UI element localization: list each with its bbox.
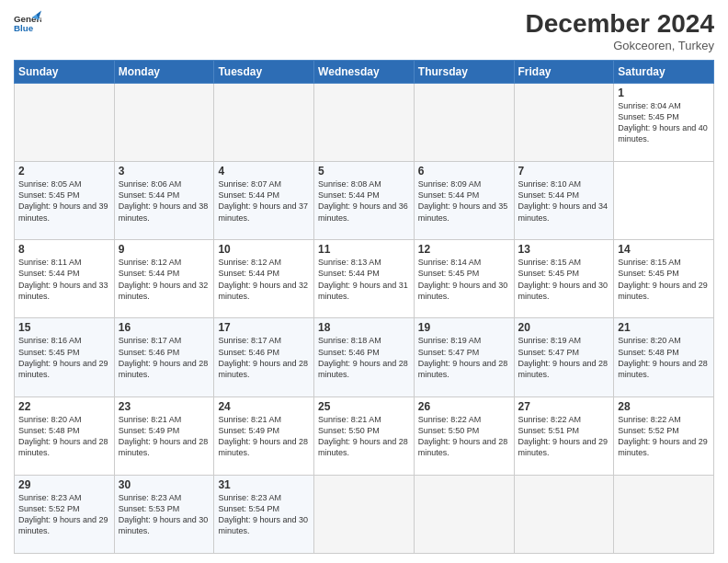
calendar-empty-cell xyxy=(414,475,514,553)
page: General Blue December 2024 Gokceoren, Tu… xyxy=(0,0,728,563)
calendar-header-cell: Thursday xyxy=(414,61,514,84)
cell-text: Sunrise: 8:22 AMSunset: 5:50 PMDaylight:… xyxy=(418,414,510,459)
cell-text: Sunrise: 8:19 AMSunset: 5:47 PMDaylight:… xyxy=(418,335,510,380)
cell-text: Sunrise: 8:22 AMSunset: 5:51 PMDaylight:… xyxy=(518,414,610,459)
cell-text: Sunrise: 8:21 AMSunset: 5:49 PMDaylight:… xyxy=(218,414,310,459)
calendar-day-cell: 17 Sunrise: 8:17 AMSunset: 5:46 PMDaylig… xyxy=(214,318,314,396)
day-number: 29 xyxy=(18,478,110,491)
day-number: 26 xyxy=(418,400,510,413)
calendar-body: 1 Sunrise: 8:04 AMSunset: 5:45 PMDayligh… xyxy=(15,84,714,554)
cell-text: Sunrise: 8:17 AMSunset: 5:46 PMDaylight:… xyxy=(218,335,310,380)
day-number: 3 xyxy=(119,165,210,178)
day-number: 30 xyxy=(119,478,210,491)
calendar-day-cell: 19 Sunrise: 8:19 AMSunset: 5:47 PMDaylig… xyxy=(414,318,514,396)
calendar-empty-cell xyxy=(314,84,415,162)
calendar-day-cell: 29 Sunrise: 8:23 AMSunset: 5:52 PMDaylig… xyxy=(15,475,115,553)
day-number: 16 xyxy=(119,321,210,334)
calendar-day-cell: 14 Sunrise: 8:15 AMSunset: 5:45 PMDaylig… xyxy=(614,240,714,318)
day-number: 25 xyxy=(318,400,410,413)
calendar-day-cell: 10 Sunrise: 8:12 AMSunset: 5:44 PMDaylig… xyxy=(214,240,314,318)
cell-text: Sunrise: 8:21 AMSunset: 5:50 PMDaylight:… xyxy=(318,414,410,459)
calendar-day-cell: 15 Sunrise: 8:16 AMSunset: 5:45 PMDaylig… xyxy=(15,318,115,396)
calendar-week-row: 8 Sunrise: 8:11 AMSunset: 5:44 PMDayligh… xyxy=(15,240,714,318)
cell-text: Sunrise: 8:23 AMSunset: 5:53 PMDaylight:… xyxy=(119,492,210,537)
day-number: 28 xyxy=(618,400,710,413)
cell-text: Sunrise: 8:11 AMSunset: 5:44 PMDaylight:… xyxy=(18,257,110,302)
calendar-day-cell: 8 Sunrise: 8:11 AMSunset: 5:44 PMDayligh… xyxy=(15,240,115,318)
calendar-day-cell: 31 Sunrise: 8:23 AMSunset: 5:54 PMDaylig… xyxy=(214,475,314,553)
cell-text: Sunrise: 8:12 AMSunset: 5:44 PMDaylight:… xyxy=(119,257,210,302)
day-number: 18 xyxy=(318,321,410,334)
calendar-header-cell: Friday xyxy=(514,61,614,84)
cell-text: Sunrise: 8:20 AMSunset: 5:48 PMDaylight:… xyxy=(18,414,110,459)
calendar-week-row: 1 Sunrise: 8:04 AMSunset: 5:45 PMDayligh… xyxy=(15,84,714,162)
cell-text: Sunrise: 8:19 AMSunset: 5:47 PMDaylight:… xyxy=(518,335,610,380)
day-number: 22 xyxy=(18,400,110,413)
day-number: 15 xyxy=(18,321,110,334)
calendar-day-cell: 27 Sunrise: 8:22 AMSunset: 5:51 PMDaylig… xyxy=(514,396,614,475)
calendar-day-cell: 4 Sunrise: 8:07 AMSunset: 5:44 PMDayligh… xyxy=(214,162,314,240)
calendar-day-cell: 9 Sunrise: 8:12 AMSunset: 5:44 PMDayligh… xyxy=(114,240,214,318)
calendar-week-row: 22 Sunrise: 8:20 AMSunset: 5:48 PMDaylig… xyxy=(15,396,714,475)
calendar-header-cell: Saturday xyxy=(614,61,714,84)
cell-text: Sunrise: 8:20 AMSunset: 5:48 PMDaylight:… xyxy=(618,335,710,380)
calendar-day-cell: 20 Sunrise: 8:19 AMSunset: 5:47 PMDaylig… xyxy=(514,318,614,396)
day-number: 2 xyxy=(18,165,110,178)
day-number: 14 xyxy=(618,243,710,256)
day-number: 1 xyxy=(618,86,710,99)
calendar-day-cell: 26 Sunrise: 8:22 AMSunset: 5:50 PMDaylig… xyxy=(414,396,514,475)
day-number: 17 xyxy=(218,321,310,334)
calendar-table: SundayMondayTuesdayWednesdayThursdayFrid… xyxy=(14,60,714,554)
svg-text:Blue: Blue xyxy=(14,23,34,33)
cell-text: Sunrise: 8:15 AMSunset: 5:45 PMDaylight:… xyxy=(518,257,610,302)
header: General Blue December 2024 Gokceoren, Tu… xyxy=(14,9,714,52)
calendar-day-cell: 13 Sunrise: 8:15 AMSunset: 5:45 PMDaylig… xyxy=(514,240,614,318)
cell-text: Sunrise: 8:21 AMSunset: 5:49 PMDaylight:… xyxy=(119,414,210,459)
cell-text: Sunrise: 8:06 AMSunset: 5:44 PMDaylight:… xyxy=(119,178,210,224)
calendar-week-row: 15 Sunrise: 8:16 AMSunset: 5:45 PMDaylig… xyxy=(15,318,714,396)
calendar-day-cell: 1 Sunrise: 8:04 AMSunset: 5:45 PMDayligh… xyxy=(614,84,714,162)
day-number: 31 xyxy=(218,478,310,491)
cell-text: Sunrise: 8:13 AMSunset: 5:44 PMDaylight:… xyxy=(318,257,410,302)
day-number: 11 xyxy=(318,243,410,256)
day-number: 5 xyxy=(318,165,410,178)
calendar-week-row: 29 Sunrise: 8:23 AMSunset: 5:52 PMDaylig… xyxy=(15,475,714,553)
day-number: 21 xyxy=(618,321,710,334)
calendar-header-cell: Tuesday xyxy=(214,61,314,84)
logo: General Blue xyxy=(14,9,41,37)
day-number: 9 xyxy=(119,243,210,256)
calendar-empty-cell xyxy=(414,84,514,162)
calendar-day-cell: 28 Sunrise: 8:22 AMSunset: 5:52 PMDaylig… xyxy=(614,396,714,475)
calendar-day-cell: 2 Sunrise: 8:05 AMSunset: 5:45 PMDayligh… xyxy=(15,162,115,240)
day-number: 4 xyxy=(218,165,310,178)
calendar-day-cell: 18 Sunrise: 8:18 AMSunset: 5:46 PMDaylig… xyxy=(314,318,415,396)
day-number: 6 xyxy=(418,165,510,178)
calendar-empty-cell xyxy=(314,475,415,553)
day-number: 23 xyxy=(119,400,210,413)
title-block: December 2024 Gokceoren, Turkey xyxy=(526,9,714,52)
calendar-day-cell: 25 Sunrise: 8:21 AMSunset: 5:50 PMDaylig… xyxy=(314,396,415,475)
cell-text: Sunrise: 8:04 AMSunset: 5:45 PMDaylight:… xyxy=(618,100,710,145)
calendar-header-row: SundayMondayTuesdayWednesdayThursdayFrid… xyxy=(15,61,714,84)
calendar-day-cell: 24 Sunrise: 8:21 AMSunset: 5:49 PMDaylig… xyxy=(214,396,314,475)
logo-bird-icon: General Blue xyxy=(14,9,41,37)
cell-text: Sunrise: 8:17 AMSunset: 5:46 PMDaylight:… xyxy=(119,335,210,380)
calendar-day-cell: 16 Sunrise: 8:17 AMSunset: 5:46 PMDaylig… xyxy=(114,318,214,396)
calendar-day-cell: 30 Sunrise: 8:23 AMSunset: 5:53 PMDaylig… xyxy=(114,475,214,553)
cell-text: Sunrise: 8:23 AMSunset: 5:52 PMDaylight:… xyxy=(18,492,110,537)
calendar-empty-cell xyxy=(514,84,614,162)
cell-text: Sunrise: 8:07 AMSunset: 5:44 PMDaylight:… xyxy=(218,178,310,224)
calendar-empty-cell xyxy=(15,84,115,162)
day-number: 19 xyxy=(418,321,510,334)
location: Gokceoren, Turkey xyxy=(526,39,714,52)
cell-text: Sunrise: 8:05 AMSunset: 5:45 PMDaylight:… xyxy=(18,178,110,224)
cell-text: Sunrise: 8:23 AMSunset: 5:54 PMDaylight:… xyxy=(218,492,310,537)
calendar-day-cell: 5 Sunrise: 8:08 AMSunset: 5:44 PMDayligh… xyxy=(314,162,415,240)
day-number: 13 xyxy=(518,243,610,256)
calendar-day-cell: 12 Sunrise: 8:14 AMSunset: 5:45 PMDaylig… xyxy=(414,240,514,318)
calendar-empty-cell xyxy=(214,84,314,162)
calendar-day-cell: 11 Sunrise: 8:13 AMSunset: 5:44 PMDaylig… xyxy=(314,240,415,318)
calendar-empty-cell xyxy=(514,475,614,553)
day-number: 24 xyxy=(218,400,310,413)
day-number: 12 xyxy=(418,243,510,256)
